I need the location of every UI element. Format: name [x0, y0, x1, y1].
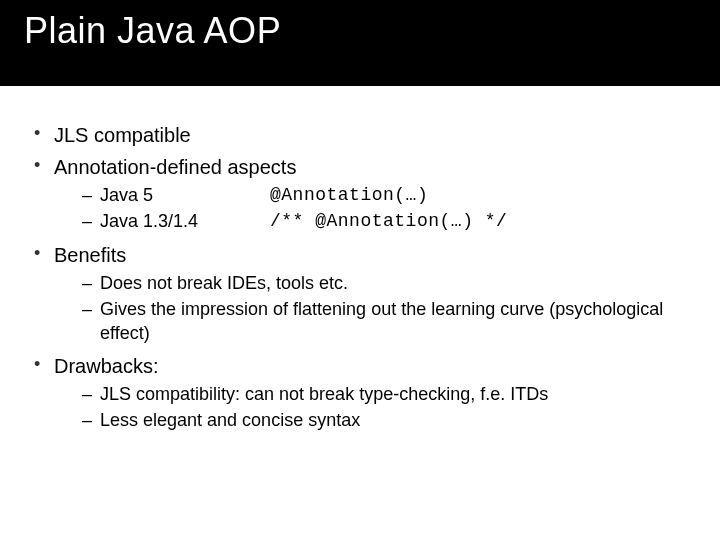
bullet-benefits: Benefits Does not break IDEs, tools etc.…	[32, 242, 688, 345]
sub-text: JLS compatibility: can not break type-ch…	[100, 384, 548, 404]
bullet-annotation-defined: Annotation-defined aspects Java 5 @Annot…	[32, 154, 688, 234]
sub-label: Java 1.3/1.4	[100, 210, 270, 233]
sub-code: /** @Annotation(…) */	[270, 210, 507, 233]
sub-text: Gives the impression of flattening out t…	[100, 299, 663, 342]
slide-content: JLS compatible Annotation-defined aspect…	[0, 86, 720, 433]
sub-code: @Annotation(…)	[270, 184, 428, 207]
bullet-jls-compatible: JLS compatible	[32, 122, 688, 148]
sub-list-drawbacks: JLS compatibility: can not break type-ch…	[54, 383, 688, 433]
sub-item: Does not break IDEs, tools etc.	[82, 272, 688, 295]
sub-text: Less elegant and concise syntax	[100, 410, 360, 430]
sub-item: Less elegant and concise syntax	[82, 409, 688, 432]
sub-text: Does not break IDEs, tools etc.	[100, 273, 348, 293]
sub-item: Gives the impression of flattening out t…	[82, 298, 688, 345]
sub-item-java13: Java 1.3/1.4 /** @Annotation(…) */	[82, 210, 688, 233]
bullet-text: Drawbacks:	[54, 355, 158, 377]
bullet-text: Annotation-defined aspects	[54, 156, 296, 178]
bullet-text: Benefits	[54, 244, 126, 266]
title-band: Plain Java AOP	[0, 0, 720, 86]
sub-list-annotation: Java 5 @Annotation(…) Java 1.3/1.4 /** @…	[54, 184, 688, 234]
sub-item: JLS compatibility: can not break type-ch…	[82, 383, 688, 406]
bullet-drawbacks: Drawbacks: JLS compatibility: can not br…	[32, 353, 688, 433]
slide-title: Plain Java AOP	[24, 10, 696, 52]
sub-label: Java 5	[100, 184, 270, 207]
bullet-text: JLS compatible	[54, 124, 191, 146]
slide: Plain Java AOP JLS compatible Annotation…	[0, 0, 720, 540]
bullet-list: JLS compatible Annotation-defined aspect…	[32, 122, 688, 433]
sub-item-java5: Java 5 @Annotation(…)	[82, 184, 688, 207]
sub-list-benefits: Does not break IDEs, tools etc. Gives th…	[54, 272, 688, 345]
